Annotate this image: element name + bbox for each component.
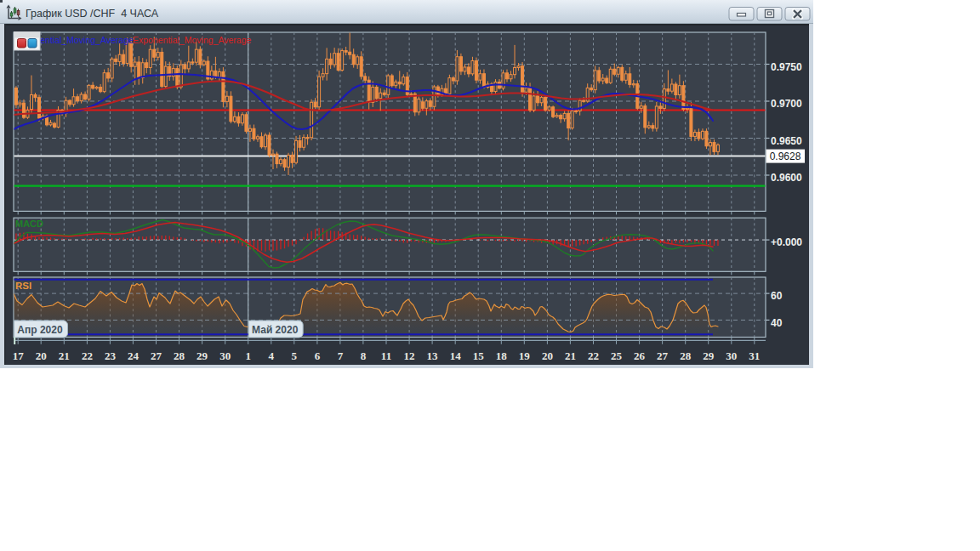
svg-text:+0.000: +0.000 (771, 236, 802, 248)
svg-text:21: 21 (59, 349, 70, 362)
svg-text:14: 14 (450, 349, 462, 362)
svg-text:1: 1 (245, 349, 251, 362)
svg-text:31: 31 (749, 349, 760, 362)
svg-text:60: 60 (771, 290, 783, 302)
svg-text:26: 26 (634, 349, 646, 362)
svg-text:4: 4 (269, 349, 275, 362)
svg-text:8: 8 (361, 349, 367, 362)
svg-text:0.9600: 0.9600 (771, 172, 802, 184)
svg-text:20: 20 (542, 349, 553, 362)
svg-text:Апр 2020: Апр 2020 (17, 324, 63, 336)
svg-text:19: 19 (519, 349, 531, 362)
svg-text:17: 17 (13, 349, 25, 362)
svg-text:23: 23 (105, 349, 117, 362)
svg-text:Май 2020: Май 2020 (252, 324, 299, 336)
svg-text:28: 28 (174, 349, 185, 362)
svg-text:30: 30 (726, 349, 737, 362)
svg-text:График USD /CHF 4 ЧАСА: График USD /CHF 4 ЧАСА (26, 8, 159, 20)
svg-text:11: 11 (381, 349, 391, 362)
svg-text:25: 25 (611, 349, 623, 362)
svg-text:22: 22 (588, 349, 599, 362)
svg-text:12: 12 (404, 349, 415, 362)
svg-text:29: 29 (703, 349, 715, 362)
svg-text:18: 18 (496, 349, 508, 362)
svg-text:28: 28 (680, 349, 692, 362)
svg-text:MACD: MACD (15, 219, 43, 229)
svg-text:30: 30 (219, 349, 231, 362)
svg-text:40: 40 (771, 317, 783, 329)
svg-text:0.9750: 0.9750 (771, 61, 802, 73)
svg-text:22: 22 (82, 349, 93, 362)
svg-text:Exponential_Moving_Average: Exponential_Moving_Average (133, 35, 251, 45)
svg-text:24: 24 (128, 349, 140, 362)
svg-text:13: 13 (427, 349, 439, 362)
svg-text:29: 29 (197, 349, 208, 362)
svg-text:20: 20 (36, 349, 47, 362)
svg-text:21: 21 (565, 349, 576, 362)
svg-text:6: 6 (315, 349, 321, 362)
svg-text:RSI: RSI (15, 281, 31, 291)
svg-text:7: 7 (338, 349, 344, 362)
svg-text:0.9628: 0.9628 (770, 151, 801, 162)
svg-text:27: 27 (657, 349, 669, 362)
svg-text:15: 15 (473, 349, 485, 362)
svg-text:27: 27 (151, 349, 162, 362)
svg-text:5: 5 (292, 349, 298, 362)
svg-text:0.9650: 0.9650 (771, 135, 802, 147)
svg-text:0.9700: 0.9700 (771, 98, 802, 110)
